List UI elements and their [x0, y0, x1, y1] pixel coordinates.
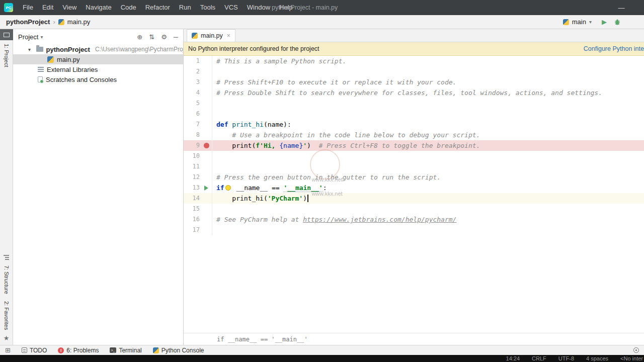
code-line[interactable]: 6 — [184, 109, 644, 119]
gutter-cell[interactable] — [201, 130, 212, 140]
status-no-inter[interactable]: <No inter — [620, 355, 643, 361]
window-title: pythonProject - main.py — [272, 4, 338, 11]
project-panel-title[interactable]: Project — [18, 33, 38, 41]
gutter-cell[interactable] — [201, 193, 212, 204]
chevron-down-icon[interactable]: ▾ — [40, 34, 43, 40]
code-line[interactable]: 10 — [184, 151, 644, 161]
code-line[interactable]: 2 — [184, 66, 644, 77]
code-line[interactable]: 15 — [184, 204, 644, 214]
breadcrumb-file[interactable]: main.py — [67, 18, 91, 26]
minimize-button[interactable]: — — [615, 4, 628, 12]
gutter-cell[interactable] — [201, 66, 212, 77]
code-line[interactable]: 5 — [184, 98, 644, 109]
editor-breadcrumb[interactable]: if __name__ == '__main__' — [184, 333, 644, 345]
close-tab-icon[interactable]: × — [227, 32, 230, 39]
status-14-24[interactable]: 14:24 — [506, 355, 520, 361]
project-toolwindow-button[interactable] — [0, 29, 13, 40]
run-button[interactable]: ▶ — [602, 18, 607, 26]
tree-item-pythonproject[interactable]: ▾pythonProjectC:\Users\wangpeng\PycharmP… — [13, 44, 183, 54]
code-line[interactable]: 16# See PyCharm help at https://www.jetb… — [184, 214, 644, 225]
toolwindow-terminal[interactable]: Terminal — [110, 347, 141, 354]
code-token: # Use a breakpoint in the code line belo… — [232, 131, 480, 139]
run-config-selector[interactable]: main ▾ — [560, 17, 595, 27]
menu-bar: FileEditViewNavigateCodeRefactorRunTools… — [18, 0, 297, 15]
menu-refactor[interactable]: Refactor — [141, 0, 175, 15]
status-crlf[interactable]: CRLF — [532, 355, 546, 361]
configure-interpreter-link[interactable]: Configure Python inte — [579, 45, 644, 52]
breakpoint-icon[interactable] — [204, 143, 209, 148]
code-line[interactable]: 17 — [184, 225, 644, 235]
code-token: # See PyCharm help at — [216, 216, 303, 223]
code-line[interactable]: 13if __name__ == '__main__': — [184, 183, 644, 193]
menu-file[interactable]: File — [18, 0, 38, 15]
tree-expand-icon[interactable]: ▾ — [28, 47, 33, 52]
code-token: https://www.jetbrains.com/help/pycharm/ — [303, 216, 456, 223]
hide-panel-icon[interactable]: ─ — [174, 33, 178, 41]
code-line[interactable]: 7def print_hi(name): — [184, 119, 644, 130]
gutter-cell[interactable] — [201, 87, 212, 98]
breadcrumb-project[interactable]: pythonProject — [6, 18, 50, 26]
code-token: (name): — [264, 121, 291, 128]
code-line[interactable]: 4# Press Double Shift to search everywhe… — [184, 87, 644, 98]
status-utf-8[interactable]: UTF-8 — [558, 355, 574, 361]
gutter-cell[interactable] — [201, 225, 212, 235]
favorites-star-icon[interactable]: ★ — [4, 334, 10, 342]
settings-gear-icon[interactable]: ⚙ — [161, 33, 167, 41]
menu-navigate[interactable]: Navigate — [81, 0, 116, 15]
code-line-text — [212, 98, 644, 109]
gutter-cell[interactable] — [201, 214, 212, 225]
code-line-text — [212, 161, 644, 172]
gutter-cell[interactable] — [201, 161, 212, 172]
structure-icon[interactable] — [4, 254, 9, 260]
gutter-cell[interactable] — [201, 183, 212, 193]
gutter-cell[interactable] — [201, 109, 212, 119]
code-line-text: # This is a sample Python script. — [212, 56, 644, 66]
gutter-cell[interactable] — [201, 56, 212, 66]
tree-item-scratches-and-consoles[interactable]: Scratches and Consoles — [13, 74, 183, 84]
code-line-text: if __name__ == '__main__': — [212, 183, 644, 193]
collapse-all-icon[interactable]: ⇅ — [149, 33, 154, 41]
code-line[interactable]: 9 print(f'Hi, {name}') # Press Ctrl+F8 t… — [184, 140, 644, 151]
menu-run[interactable]: Run — [175, 0, 196, 15]
code-editor[interactable]: 1# This is a sample Python script.23# Pr… — [184, 56, 644, 333]
code-line[interactable]: 3# Press Shift+F10 to execute it or repl… — [184, 77, 644, 87]
tree-item-main-py[interactable]: main.py — [13, 54, 183, 64]
locate-file-icon[interactable]: ⊕ — [137, 33, 142, 41]
menu-tools[interactable]: Tools — [196, 0, 220, 15]
gutter-cell[interactable] — [201, 140, 212, 151]
line-number: 6 — [184, 109, 201, 119]
code-token: {name} — [279, 142, 303, 149]
event-log-icon[interactable] — [633, 347, 639, 353]
menu-window[interactable]: Window — [243, 0, 275, 15]
stripe-structure-label[interactable]: 7: Structure — [4, 262, 10, 298]
gutter-cell[interactable] — [201, 151, 212, 161]
gutter-cell[interactable] — [201, 77, 212, 87]
code-line[interactable]: 1# This is a sample Python script. — [184, 56, 644, 66]
stripe-project-label[interactable]: 1: Project — [4, 40, 10, 70]
code-line[interactable]: 12# Press the green button in the gutter… — [184, 172, 644, 183]
code-line[interactable]: 14 print_hi('PyCharm') — [184, 193, 644, 204]
gutter-cell[interactable] — [201, 119, 212, 130]
tree-item-external-libraries[interactable]: External Libraries — [13, 64, 183, 74]
menu-view[interactable]: View — [58, 0, 81, 15]
line-number: 7 — [184, 119, 201, 130]
menu-edit[interactable]: Edit — [38, 0, 58, 15]
toolwindow-6-problems[interactable]: 6: Problems — [58, 347, 99, 354]
tree-item-label: External Libraries — [47, 66, 98, 73]
toolwindow-todo[interactable]: TODO — [22, 347, 47, 354]
stripe-favorites-label[interactable]: 2: Favorites — [4, 298, 10, 333]
run-line-icon[interactable] — [204, 186, 208, 191]
gutter-cell[interactable] — [201, 98, 212, 109]
code-line[interactable]: 11 — [184, 161, 644, 172]
gutter-cell[interactable] — [201, 172, 212, 183]
tab-main-py[interactable]: main.py × — [187, 29, 235, 42]
code-line[interactable]: 8 # Use a breakpoint in the code line be… — [184, 130, 644, 140]
status-4-spaces[interactable]: 4 spaces — [586, 355, 608, 361]
debug-button[interactable] — [614, 19, 621, 26]
intention-bulb-icon[interactable] — [225, 185, 231, 191]
tool-windows-grid-icon[interactable]: ⊞ — [5, 346, 11, 354]
toolwindow-python-console[interactable]: Python Console — [153, 347, 204, 354]
gutter-cell[interactable] — [201, 204, 212, 214]
menu-code[interactable]: Code — [116, 0, 141, 15]
menu-vcs[interactable]: VCS — [220, 0, 243, 15]
